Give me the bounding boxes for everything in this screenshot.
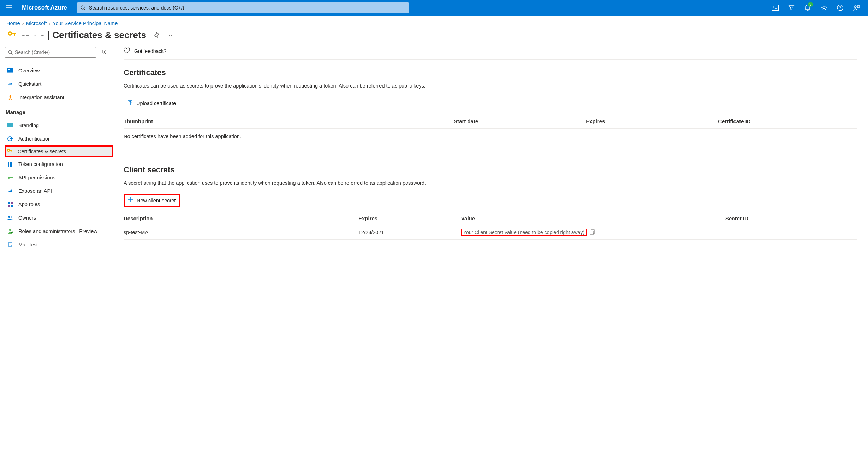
svg-rect-13 bbox=[8, 70, 11, 70]
roles-icon bbox=[7, 202, 13, 207]
svg-point-2 bbox=[823, 7, 825, 9]
svg-rect-27 bbox=[11, 202, 13, 204]
svg-rect-24 bbox=[10, 177, 13, 178]
more-icon: ··· bbox=[168, 31, 176, 39]
page-title: -- · - | Certificates & secrets bbox=[22, 30, 146, 41]
svg-rect-22 bbox=[11, 151, 12, 152]
sidebar-item-quickstart[interactable]: Quickstart bbox=[5, 77, 113, 91]
sidebar-search-input[interactable] bbox=[15, 49, 93, 55]
col-expires: Expires bbox=[358, 212, 461, 225]
col-expires: Expires bbox=[586, 115, 718, 128]
breadcrumb-sep: › bbox=[22, 20, 24, 26]
certificates-description: Certificates can be used as secrets to p… bbox=[124, 82, 857, 90]
breadcrumb-item[interactable]: Home bbox=[6, 20, 20, 26]
quickstart-icon bbox=[7, 82, 13, 86]
col-secret-id: Secret ID bbox=[725, 212, 857, 225]
menu-toggle[interactable] bbox=[3, 2, 15, 14]
svg-rect-7 bbox=[12, 33, 16, 34]
sidebar-item-label: Roles and administrators | Preview bbox=[18, 228, 97, 234]
copy-value-button[interactable] bbox=[590, 230, 595, 235]
settings-button[interactable] bbox=[816, 1, 831, 15]
upload-certificate-button[interactable]: Upload certificate bbox=[124, 97, 180, 110]
sidebar-item-certificates-secrets[interactable]: Certificates & secrets bbox=[5, 145, 113, 157]
svg-rect-21 bbox=[10, 150, 12, 151]
svg-rect-29 bbox=[11, 205, 13, 207]
svg-point-30 bbox=[8, 216, 10, 218]
owners-icon bbox=[7, 215, 13, 220]
gear-icon bbox=[821, 5, 827, 11]
secret-value-highlight: Your Client Secret Value (need to be cop… bbox=[461, 229, 587, 236]
svg-rect-36 bbox=[9, 245, 11, 246]
col-value: Value bbox=[461, 212, 725, 225]
directory-filter-button[interactable] bbox=[784, 1, 799, 15]
overview-icon bbox=[7, 68, 13, 73]
api-perm-icon bbox=[7, 176, 13, 179]
col-certificate-id: Certificate ID bbox=[718, 115, 857, 128]
search-icon bbox=[81, 5, 85, 10]
feedback-button[interactable] bbox=[849, 1, 864, 15]
col-description: Description bbox=[124, 212, 358, 225]
page-title-text: | Certificates & secrets bbox=[47, 30, 146, 41]
svg-rect-34 bbox=[9, 243, 12, 244]
feedback-bar[interactable]: Got feedback? bbox=[124, 46, 857, 60]
cell-secret-id bbox=[725, 225, 857, 239]
auth-icon bbox=[7, 136, 13, 141]
topbar-actions: 3 bbox=[768, 1, 865, 15]
sidebar-item-manifest[interactable]: Manifest bbox=[5, 238, 113, 251]
svg-point-10 bbox=[8, 50, 12, 54]
key-icon bbox=[6, 30, 17, 41]
breadcrumb-item[interactable]: Microsoft bbox=[26, 20, 47, 26]
filter-icon bbox=[788, 5, 795, 11]
topbar: Microsoft Azure 3 bbox=[0, 0, 868, 16]
collapse-sidebar-button[interactable] bbox=[101, 49, 106, 55]
sidebar-item-label: Manifest bbox=[18, 242, 38, 247]
sidebar-item-overview[interactable]: Overview bbox=[5, 64, 113, 77]
notifications-button[interactable]: 3 bbox=[800, 1, 815, 15]
chevron-double-left-icon bbox=[101, 50, 106, 54]
section-heading-client-secrets: Client secrets bbox=[124, 165, 857, 174]
expose-icon bbox=[7, 189, 13, 193]
more-button[interactable]: ··· bbox=[167, 30, 177, 41]
sidebar-item-api-permissions[interactable]: API permissions bbox=[5, 171, 113, 184]
sidebar-item-authentication[interactable]: Authentication bbox=[5, 132, 113, 145]
pin-icon bbox=[154, 32, 159, 38]
brand-label[interactable]: Microsoft Azure bbox=[18, 4, 73, 11]
upload-icon bbox=[128, 100, 133, 107]
page-header: -- · - | Certificates & secrets ··· bbox=[0, 28, 868, 46]
search-icon bbox=[8, 50, 13, 55]
sidebar-item-label: API permissions bbox=[18, 175, 55, 180]
sidebar-item-owners[interactable]: Owners bbox=[5, 211, 113, 225]
breadcrumb: Home › Microsoft › Your Service Principa… bbox=[0, 16, 868, 28]
notification-badge: 3 bbox=[808, 2, 813, 7]
table-row: sp-test-MA 12/23/2021 Your Client Secret… bbox=[124, 225, 857, 239]
sidebar-item-label: Integration assistant bbox=[18, 95, 64, 100]
svg-point-0 bbox=[81, 6, 84, 9]
sidebar-item-label: App roles bbox=[18, 202, 40, 207]
svg-rect-12 bbox=[8, 69, 10, 70]
svg-point-31 bbox=[11, 216, 12, 218]
global-search[interactable] bbox=[77, 2, 409, 13]
plus-icon bbox=[128, 197, 133, 204]
sidebar-item-integration-assistant[interactable]: Integration assistant bbox=[5, 91, 113, 104]
col-thumbprint: Thumbprint bbox=[124, 115, 454, 128]
breadcrumb-item[interactable]: Your Service Principal Name bbox=[53, 20, 118, 26]
cell-expires: 12/23/2021 bbox=[358, 225, 461, 239]
sidebar-search[interactable] bbox=[5, 47, 96, 58]
sidebar-item-roles-administrators[interactable]: Roles and administrators | Preview bbox=[5, 225, 113, 238]
sidebar-item-expose-api[interactable]: Expose an API bbox=[5, 184, 113, 198]
new-client-secret-button[interactable]: New client secret bbox=[124, 194, 180, 207]
svg-rect-8 bbox=[14, 34, 15, 36]
breadcrumb-sep: › bbox=[49, 20, 50, 26]
global-search-input[interactable] bbox=[89, 5, 405, 11]
heart-icon bbox=[124, 48, 130, 54]
sidebar-item-token-configuration[interactable]: Token configuration bbox=[5, 157, 113, 171]
cloud-shell-icon bbox=[772, 5, 779, 11]
cloud-shell-button[interactable] bbox=[768, 1, 783, 15]
sidebar-item-label: Authentication bbox=[18, 136, 51, 142]
hamburger-icon bbox=[6, 5, 12, 10]
pin-button[interactable] bbox=[151, 30, 162, 41]
sidebar-item-app-roles[interactable]: App roles bbox=[5, 198, 113, 211]
svg-point-23 bbox=[8, 177, 10, 179]
help-button[interactable] bbox=[833, 1, 848, 15]
sidebar-item-branding[interactable]: Branding bbox=[5, 119, 113, 132]
